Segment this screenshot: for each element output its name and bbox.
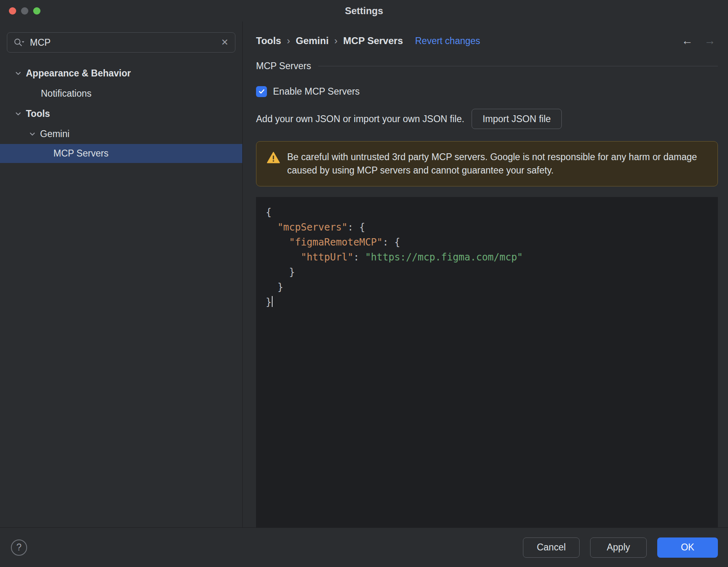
- dialog-footer: ? Cancel Apply OK: [0, 527, 728, 567]
- search-input[interactable]: [30, 37, 220, 48]
- import-instructions: Add your own JSON or import your own JSO…: [256, 114, 464, 125]
- code-token-punct: }: [266, 281, 283, 293]
- ok-button[interactable]: OK: [657, 537, 718, 558]
- warning-banner: Be careful with untrusted 3rd party MCP …: [256, 141, 718, 186]
- breadcrumb: Tools › Gemini › MCP Servers Revert chan…: [256, 33, 718, 49]
- code-line[interactable]: "mcpServers": {: [266, 220, 718, 235]
- back-arrow-icon[interactable]: ←: [681, 34, 693, 47]
- code-token-punct: :: [347, 222, 359, 233]
- code-token-punct: {: [359, 222, 365, 233]
- code-token-punct: {: [266, 207, 271, 218]
- code-token-punct: }: [266, 267, 295, 278]
- code-token-key: "httpUrl": [301, 252, 353, 263]
- sidebar-item-label: Notifications: [41, 88, 91, 99]
- json-editor[interactable]: { "mcpServers": { "figmaRemoteMCP": { "h…: [256, 197, 718, 527]
- code-token-punct: :: [383, 237, 394, 248]
- code-token-punct: }: [266, 296, 271, 308]
- sidebar-item-label: Appearance & Behavior: [26, 68, 131, 79]
- sidebar-item-label: Gemini: [40, 129, 70, 140]
- breadcrumb-item-mcp-servers: MCP Servers: [343, 35, 403, 47]
- settings-sidebar: ✕ Appearance & Behavior Notifications: [0, 21, 243, 527]
- settings-search-box[interactable]: ✕: [7, 32, 235, 53]
- sidebar-item-notifications[interactable]: Notifications: [0, 83, 242, 104]
- warning-triangle-icon: [267, 152, 280, 165]
- breadcrumb-item-gemini[interactable]: Gemini: [296, 35, 328, 47]
- enable-mcp-servers-checkbox-row[interactable]: Enable MCP Servers: [256, 85, 360, 98]
- code-line[interactable]: "httpUrl": "https://mcp.figma.com/mcp": [266, 250, 718, 265]
- code-token-key: "mcpServers": [277, 222, 347, 233]
- forward-arrow-icon: →: [704, 34, 715, 47]
- import-json-file-button[interactable]: Import JSON file: [472, 109, 562, 129]
- warning-text: Be careful with untrusted 3rd party MCP …: [287, 150, 707, 177]
- history-nav: ← →: [681, 34, 718, 47]
- text-cursor: [272, 296, 273, 307]
- settings-content: Tools › Gemini › MCP Servers Revert chan…: [243, 21, 728, 527]
- code-token-string: "https://mcp.figma.com/mcp": [365, 252, 523, 263]
- titlebar: Settings: [0, 0, 728, 21]
- search-icon: [13, 37, 25, 48]
- code-token-punct: :: [353, 252, 365, 263]
- section-header: MCP Servers: [256, 59, 718, 72]
- sidebar-item-appearance-behavior[interactable]: Appearance & Behavior: [0, 63, 242, 83]
- apply-button[interactable]: Apply: [590, 537, 647, 558]
- window-title: Settings: [345, 5, 383, 17]
- chevron-down-icon[interactable]: [29, 130, 36, 138]
- import-row: Add your own JSON or import your own JSO…: [256, 109, 718, 129]
- code-token-punct: [266, 252, 301, 263]
- settings-window: Settings ✕: [0, 0, 728, 567]
- footer-buttons: Cancel Apply OK: [523, 537, 718, 558]
- code-line[interactable]: {: [266, 205, 718, 220]
- chevron-down-icon[interactable]: [15, 110, 22, 117]
- sidebar-item-tools[interactable]: Tools: [0, 104, 242, 124]
- breadcrumb-separator: ›: [334, 35, 338, 47]
- code-token-key: "figmaRemoteMCP": [289, 237, 383, 248]
- code-line[interactable]: "figmaRemoteMCP": {: [266, 235, 718, 250]
- close-window-button[interactable]: [9, 7, 16, 15]
- section-title: MCP Servers: [256, 61, 311, 72]
- code-line[interactable]: }: [266, 265, 718, 280]
- minimize-window-button[interactable]: [21, 7, 28, 15]
- zoom-window-button[interactable]: [33, 7, 40, 15]
- settings-tree: Appearance & Behavior Notifications Tool…: [0, 63, 242, 163]
- enable-mcp-servers-label: Enable MCP Servers: [273, 86, 360, 97]
- code-token-punct: {: [394, 237, 400, 248]
- breadcrumb-separator: ›: [287, 35, 290, 47]
- code-token-punct: [266, 222, 277, 233]
- revert-changes-link[interactable]: Revert changes: [415, 36, 480, 47]
- code-line[interactable]: }: [266, 280, 718, 295]
- clear-search-icon[interactable]: ✕: [220, 37, 229, 48]
- help-icon[interactable]: ?: [11, 539, 27, 556]
- section-divider: [318, 66, 718, 66]
- checkbox-checked-icon[interactable]: [256, 86, 267, 97]
- traffic-lights: [9, 0, 40, 21]
- sidebar-item-label: Tools: [26, 108, 50, 119]
- chevron-down-icon[interactable]: [15, 70, 22, 77]
- code-line[interactable]: }: [266, 295, 718, 310]
- breadcrumb-item-tools[interactable]: Tools: [256, 35, 281, 47]
- sidebar-item-label: MCP Servers: [53, 148, 108, 159]
- code-token-punct: [266, 237, 289, 248]
- cancel-button[interactable]: Cancel: [523, 537, 580, 558]
- sidebar-item-gemini[interactable]: Gemini: [0, 124, 242, 144]
- sidebar-item-mcp-servers[interactable]: MCP Servers: [0, 144, 242, 163]
